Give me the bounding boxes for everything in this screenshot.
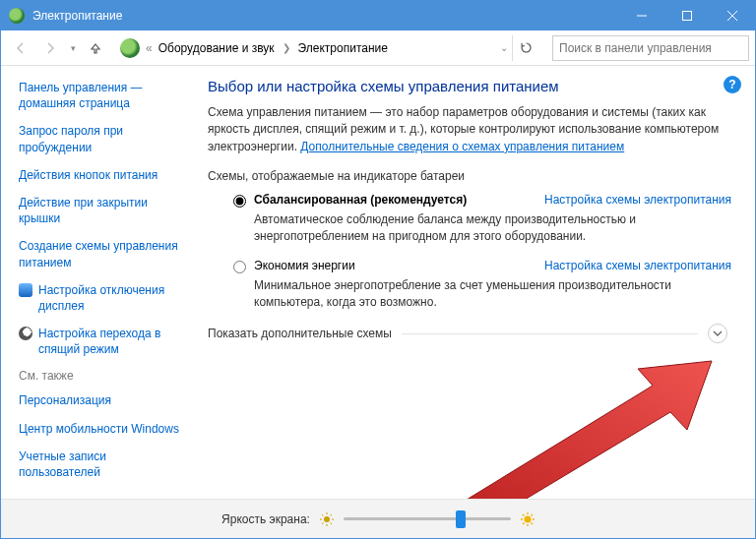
sidebar: Панель управления — домашняя страница За… (1, 66, 198, 499)
sidebar-item-sleep[interactable]: Настройка перехода в спящий режим (19, 326, 188, 357)
expand-label: Показать дополнительные схемы (208, 327, 392, 340)
back-button[interactable] (7, 34, 34, 62)
body: Панель управления — домашняя страница За… (1, 66, 755, 499)
refresh-button[interactable] (512, 35, 539, 61)
breadcrumb-part-2[interactable]: Электропитание (294, 37, 392, 59)
plan-radio-saver[interactable] (233, 261, 246, 273)
page-desc-link[interactable]: Дополнительные сведения о схемах управле… (300, 140, 624, 153)
search-input[interactable] (552, 35, 749, 61)
svg-rect-1 (683, 12, 692, 21)
breadcrumb-part-1[interactable]: Оборудование и звук (155, 37, 279, 59)
page-description: Схема управления питанием — это набор па… (208, 104, 731, 155)
svg-point-13 (524, 515, 531, 522)
sidebar-home[interactable]: Панель управления — домашняя страница (19, 80, 188, 111)
address-dropdown[interactable]: ⌄ (500, 42, 508, 53)
app-icon (9, 8, 25, 24)
sidebar-item-lid-close[interactable]: Действие при закрытии крышки (19, 195, 188, 226)
help-icon[interactable]: ? (724, 76, 741, 93)
svg-line-19 (531, 522, 533, 524)
plan-name[interactable]: Сбалансированная (рекомендуется) (254, 193, 467, 207)
sun-bright-icon (521, 512, 535, 526)
see-also-mobility-center[interactable]: Центр мобильности Windows (19, 421, 188, 437)
titlebar: Электропитание (1, 1, 755, 30)
chevron-down-icon (713, 329, 723, 338)
svg-point-4 (324, 516, 330, 522)
plan-settings-link[interactable]: Настройка схемы электропитания (544, 259, 731, 272)
sun-dim-icon (320, 512, 334, 526)
navbar: ▾ « Оборудование и звук ❯ Электропитание… (1, 30, 755, 66)
power-plan-balanced: Сбалансированная (рекомендуется) Настрой… (233, 193, 731, 245)
power-plan-saver: Экономия энергии Настройка схемы электро… (233, 259, 731, 311)
svg-line-18 (523, 514, 525, 516)
expand-button[interactable] (708, 324, 727, 343)
chevron-right-icon: ❯ (283, 42, 290, 53)
svg-line-11 (322, 522, 324, 524)
sidebar-item-label: Настройка перехода в спящий режим (38, 326, 188, 357)
plan-settings-link[interactable]: Настройка схемы электропитания (544, 193, 731, 207)
plan-radio-balanced[interactable] (233, 195, 246, 208)
section-heading: Схемы, отображаемые на индикаторе батаре… (208, 169, 731, 183)
svg-line-9 (322, 514, 324, 516)
sidebar-item-password[interactable]: Запрос пароля при пробуждении (19, 123, 188, 154)
divider (402, 333, 698, 334)
address-bar[interactable]: « Оборудование и звук ❯ Электропитание ⌄ (111, 35, 544, 61)
see-also-personalization[interactable]: Персонализация (19, 392, 188, 408)
sidebar-item-create-plan[interactable]: Создание схемы управления питанием (19, 238, 188, 270)
svg-line-21 (531, 514, 533, 516)
main-content: ? Выбор или настройка схемы управления п… (198, 66, 755, 499)
forward-button[interactable] (36, 34, 64, 62)
see-also-heading: См. также (19, 369, 188, 383)
svg-line-20 (523, 522, 525, 524)
sidebar-item-display-off[interactable]: Настройка отключения дисплея (19, 282, 188, 314)
brightness-label: Яркость экрана: (221, 512, 310, 526)
svg-line-12 (330, 514, 332, 516)
minimize-button[interactable] (619, 1, 664, 30)
page-title: Выбор или настройка схемы управления пит… (208, 78, 731, 94)
footer: Яркость экрана: (1, 499, 755, 538)
brightness-slider[interactable] (344, 510, 511, 528)
breadcrumb-sep: « (146, 41, 153, 55)
window-title: Электропитание (32, 9, 619, 23)
moon-icon (19, 327, 32, 340)
plan-desc: Минимальное энергопотребление за счет ум… (254, 277, 726, 311)
window: Электропитание ▾ « Оборудование и звук ❯… (0, 0, 756, 539)
sidebar-item-label: Настройка отключения дисплея (38, 282, 188, 314)
plan-name[interactable]: Экономия энергии (254, 259, 355, 272)
sidebar-item-power-buttons[interactable]: Действия кнопок питания (19, 167, 188, 183)
plan-desc: Автоматическое соблюдение баланса между … (254, 211, 726, 245)
see-also-user-accounts[interactable]: Учетные записи пользователей (19, 449, 188, 480)
annotation-arrow (416, 341, 731, 499)
up-button[interactable] (82, 34, 109, 62)
recent-dropdown[interactable]: ▾ (66, 34, 80, 62)
monitor-icon (19, 283, 32, 297)
close-button[interactable] (710, 1, 755, 30)
address-icon (120, 38, 140, 58)
expand-plans-row: Показать дополнительные схемы (208, 324, 731, 343)
svg-line-10 (330, 522, 332, 524)
maximize-button[interactable] (664, 1, 710, 30)
